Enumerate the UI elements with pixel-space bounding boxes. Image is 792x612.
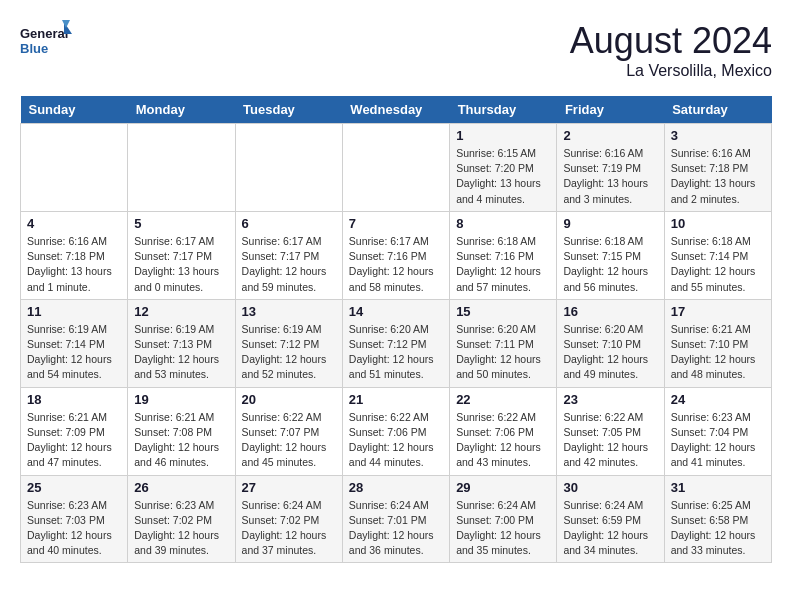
location-title: La Versolilla, Mexico — [570, 62, 772, 80]
day-number: 30 — [563, 480, 657, 495]
day-number: 16 — [563, 304, 657, 319]
day-number: 13 — [242, 304, 336, 319]
day-number: 22 — [456, 392, 550, 407]
day-info: Sunrise: 6:17 AM Sunset: 7:16 PM Dayligh… — [349, 234, 443, 295]
calendar-week-5: 25Sunrise: 6:23 AM Sunset: 7:03 PM Dayli… — [21, 475, 772, 563]
logo-icon: General Blue — [20, 20, 72, 62]
day-info: Sunrise: 6:22 AM Sunset: 7:07 PM Dayligh… — [242, 410, 336, 471]
calendar-cell-1-7: 3Sunrise: 6:16 AM Sunset: 7:18 PM Daylig… — [664, 124, 771, 212]
svg-text:General: General — [20, 26, 68, 41]
calendar-cell-3-7: 17Sunrise: 6:21 AM Sunset: 7:10 PM Dayli… — [664, 299, 771, 387]
calendar-cell-1-5: 1Sunrise: 6:15 AM Sunset: 7:20 PM Daylig… — [450, 124, 557, 212]
day-info: Sunrise: 6:21 AM Sunset: 7:09 PM Dayligh… — [27, 410, 121, 471]
day-info: Sunrise: 6:19 AM Sunset: 7:14 PM Dayligh… — [27, 322, 121, 383]
calendar-cell-3-1: 11Sunrise: 6:19 AM Sunset: 7:14 PM Dayli… — [21, 299, 128, 387]
day-info: Sunrise: 6:22 AM Sunset: 7:05 PM Dayligh… — [563, 410, 657, 471]
calendar-cell-4-3: 20Sunrise: 6:22 AM Sunset: 7:07 PM Dayli… — [235, 387, 342, 475]
calendar-cell-1-1 — [21, 124, 128, 212]
logo: General Blue — [20, 20, 72, 62]
calendar-cell-5-6: 30Sunrise: 6:24 AM Sunset: 6:59 PM Dayli… — [557, 475, 664, 563]
header-sunday: Sunday — [21, 96, 128, 124]
calendar-cell-3-5: 15Sunrise: 6:20 AM Sunset: 7:11 PM Dayli… — [450, 299, 557, 387]
calendar-cell-1-2 — [128, 124, 235, 212]
day-info: Sunrise: 6:21 AM Sunset: 7:10 PM Dayligh… — [671, 322, 765, 383]
day-info: Sunrise: 6:19 AM Sunset: 7:13 PM Dayligh… — [134, 322, 228, 383]
day-number: 15 — [456, 304, 550, 319]
day-info: Sunrise: 6:24 AM Sunset: 7:01 PM Dayligh… — [349, 498, 443, 559]
calendar-cell-4-7: 24Sunrise: 6:23 AM Sunset: 7:04 PM Dayli… — [664, 387, 771, 475]
calendar-week-1: 1Sunrise: 6:15 AM Sunset: 7:20 PM Daylig… — [21, 124, 772, 212]
header-monday: Monday — [128, 96, 235, 124]
calendar-cell-3-4: 14Sunrise: 6:20 AM Sunset: 7:12 PM Dayli… — [342, 299, 449, 387]
calendar-cell-5-7: 31Sunrise: 6:25 AM Sunset: 6:58 PM Dayli… — [664, 475, 771, 563]
day-info: Sunrise: 6:16 AM Sunset: 7:18 PM Dayligh… — [27, 234, 121, 295]
day-info: Sunrise: 6:17 AM Sunset: 7:17 PM Dayligh… — [134, 234, 228, 295]
calendar-cell-4-2: 19Sunrise: 6:21 AM Sunset: 7:08 PM Dayli… — [128, 387, 235, 475]
calendar-cell-4-5: 22Sunrise: 6:22 AM Sunset: 7:06 PM Dayli… — [450, 387, 557, 475]
day-number: 12 — [134, 304, 228, 319]
calendar-cell-2-3: 6Sunrise: 6:17 AM Sunset: 7:17 PM Daylig… — [235, 211, 342, 299]
day-info: Sunrise: 6:20 AM Sunset: 7:11 PM Dayligh… — [456, 322, 550, 383]
days-header-row: Sunday Monday Tuesday Wednesday Thursday… — [21, 96, 772, 124]
day-info: Sunrise: 6:24 AM Sunset: 6:59 PM Dayligh… — [563, 498, 657, 559]
calendar-cell-3-2: 12Sunrise: 6:19 AM Sunset: 7:13 PM Dayli… — [128, 299, 235, 387]
day-number: 1 — [456, 128, 550, 143]
day-number: 19 — [134, 392, 228, 407]
day-number: 18 — [27, 392, 121, 407]
day-info: Sunrise: 6:17 AM Sunset: 7:17 PM Dayligh… — [242, 234, 336, 295]
day-info: Sunrise: 6:21 AM Sunset: 7:08 PM Dayligh… — [134, 410, 228, 471]
day-info: Sunrise: 6:23 AM Sunset: 7:04 PM Dayligh… — [671, 410, 765, 471]
day-info: Sunrise: 6:22 AM Sunset: 7:06 PM Dayligh… — [349, 410, 443, 471]
day-number: 31 — [671, 480, 765, 495]
day-number: 25 — [27, 480, 121, 495]
day-number: 2 — [563, 128, 657, 143]
header-thursday: Thursday — [450, 96, 557, 124]
calendar-cell-2-1: 4Sunrise: 6:16 AM Sunset: 7:18 PM Daylig… — [21, 211, 128, 299]
calendar-cell-2-6: 9Sunrise: 6:18 AM Sunset: 7:15 PM Daylig… — [557, 211, 664, 299]
day-number: 29 — [456, 480, 550, 495]
day-number: 5 — [134, 216, 228, 231]
calendar-table: Sunday Monday Tuesday Wednesday Thursday… — [20, 96, 772, 563]
day-info: Sunrise: 6:24 AM Sunset: 7:02 PM Dayligh… — [242, 498, 336, 559]
calendar-cell-1-6: 2Sunrise: 6:16 AM Sunset: 7:19 PM Daylig… — [557, 124, 664, 212]
calendar-cell-4-4: 21Sunrise: 6:22 AM Sunset: 7:06 PM Dayli… — [342, 387, 449, 475]
calendar-week-2: 4Sunrise: 6:16 AM Sunset: 7:18 PM Daylig… — [21, 211, 772, 299]
day-info: Sunrise: 6:22 AM Sunset: 7:06 PM Dayligh… — [456, 410, 550, 471]
calendar-cell-1-3 — [235, 124, 342, 212]
header-tuesday: Tuesday — [235, 96, 342, 124]
svg-text:Blue: Blue — [20, 41, 48, 56]
day-number: 3 — [671, 128, 765, 143]
calendar-cell-5-3: 27Sunrise: 6:24 AM Sunset: 7:02 PM Dayli… — [235, 475, 342, 563]
title-block: August 2024 La Versolilla, Mexico — [570, 20, 772, 80]
header-wednesday: Wednesday — [342, 96, 449, 124]
calendar-week-4: 18Sunrise: 6:21 AM Sunset: 7:09 PM Dayli… — [21, 387, 772, 475]
day-number: 7 — [349, 216, 443, 231]
calendar-cell-2-5: 8Sunrise: 6:18 AM Sunset: 7:16 PM Daylig… — [450, 211, 557, 299]
day-number: 17 — [671, 304, 765, 319]
day-info: Sunrise: 6:23 AM Sunset: 7:03 PM Dayligh… — [27, 498, 121, 559]
calendar-cell-1-4 — [342, 124, 449, 212]
day-info: Sunrise: 6:23 AM Sunset: 7:02 PM Dayligh… — [134, 498, 228, 559]
day-info: Sunrise: 6:20 AM Sunset: 7:12 PM Dayligh… — [349, 322, 443, 383]
day-number: 21 — [349, 392, 443, 407]
page-header: General Blue August 2024 La Versolilla, … — [20, 20, 772, 80]
calendar-cell-4-1: 18Sunrise: 6:21 AM Sunset: 7:09 PM Dayli… — [21, 387, 128, 475]
day-info: Sunrise: 6:16 AM Sunset: 7:18 PM Dayligh… — [671, 146, 765, 207]
day-info: Sunrise: 6:15 AM Sunset: 7:20 PM Dayligh… — [456, 146, 550, 207]
header-friday: Friday — [557, 96, 664, 124]
day-info: Sunrise: 6:16 AM Sunset: 7:19 PM Dayligh… — [563, 146, 657, 207]
calendar-cell-5-1: 25Sunrise: 6:23 AM Sunset: 7:03 PM Dayli… — [21, 475, 128, 563]
calendar-cell-2-7: 10Sunrise: 6:18 AM Sunset: 7:14 PM Dayli… — [664, 211, 771, 299]
day-number: 11 — [27, 304, 121, 319]
day-info: Sunrise: 6:24 AM Sunset: 7:00 PM Dayligh… — [456, 498, 550, 559]
day-number: 24 — [671, 392, 765, 407]
day-number: 4 — [27, 216, 121, 231]
calendar-cell-3-3: 13Sunrise: 6:19 AM Sunset: 7:12 PM Dayli… — [235, 299, 342, 387]
day-number: 8 — [456, 216, 550, 231]
day-info: Sunrise: 6:20 AM Sunset: 7:10 PM Dayligh… — [563, 322, 657, 383]
day-number: 20 — [242, 392, 336, 407]
month-year-title: August 2024 — [570, 20, 772, 62]
day-number: 26 — [134, 480, 228, 495]
day-info: Sunrise: 6:18 AM Sunset: 7:16 PM Dayligh… — [456, 234, 550, 295]
calendar-cell-5-2: 26Sunrise: 6:23 AM Sunset: 7:02 PM Dayli… — [128, 475, 235, 563]
